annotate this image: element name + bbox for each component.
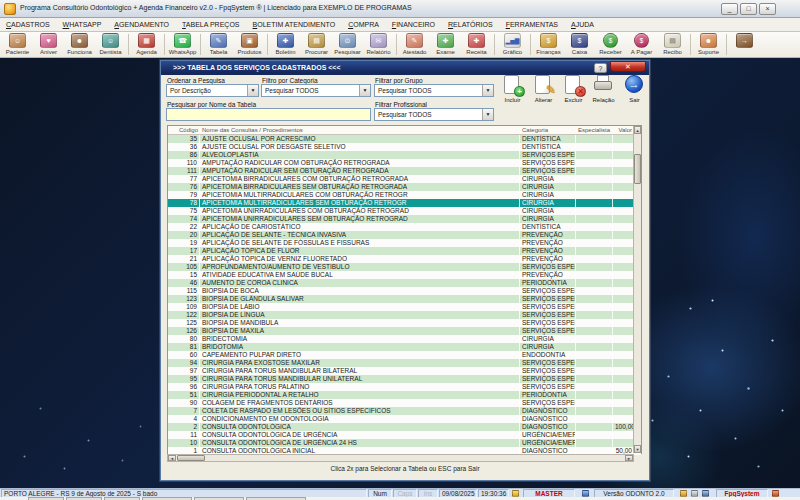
table-row[interactable]: 110AMPUTAÇÃO RADICULAR COM OBTURAÇÃO RET… [168, 159, 641, 167]
monitor-icon[interactable] [702, 490, 709, 497]
profissional-select[interactable]: Pesquisar TODOS ▼ [374, 108, 494, 121]
categoria-select[interactable]: Pesquisar TODOS ▼ [261, 84, 371, 97]
help-icon[interactable]: ? [594, 63, 607, 73]
table-row[interactable]: 10CONSULTA ODONTOLÓGICA DE URGÊNCIA 24 H… [168, 439, 641, 447]
table-row[interactable]: 97CIRURGIA PARA TORUS MANDIBULAR BILATER… [168, 367, 641, 375]
table-row[interactable]: 96CIRURGIA PARA TORUS PALATINOSERVIÇOS E… [168, 383, 641, 391]
whatsapp-toolbar-button[interactable]: ☎WhatsApp [167, 32, 198, 57]
caixa-toolbar-button[interactable]: $Caixa [564, 32, 595, 57]
scroll-up-icon[interactable]: ▲ [634, 126, 641, 134]
table-row[interactable]: 81BRIDOTOMIACIRURGIA [168, 343, 641, 351]
receita-toolbar-button[interactable]: ✚Receita [461, 32, 492, 57]
column-header-valor[interactable]: Valor [613, 126, 633, 134]
restore-button[interactable]: □ [740, 3, 757, 15]
table-row[interactable]: 35AJUSTE OCLUSAL POR ACRESCIMODENTÍSTICA [168, 135, 641, 143]
table-row[interactable]: 51CIRURGIA PERIODONTAL A RETALHOPERIODON… [168, 391, 641, 399]
column-header-especialista[interactable]: Especialista [576, 126, 613, 134]
chevron-down-icon[interactable]: ▼ [247, 85, 258, 96]
produtos-toolbar-button[interactable]: ▣Produtos [234, 32, 265, 57]
incluir-button[interactable]: +Incluir [498, 74, 527, 104]
ordenar-select[interactable]: Por Descrição ▼ [166, 84, 259, 97]
table-row[interactable]: 77APICETOMIA BIRRADICULARES COM OBTURAÇÃ… [168, 175, 641, 183]
column-header-categoria[interactable]: Categoria [520, 126, 576, 134]
pesquisar-toolbar-button[interactable]: ⊙Pesquisar [332, 32, 363, 57]
table-row[interactable]: 111AMPUTAÇÃO RADICULAR SEM OBTURAÇÃO RET… [168, 167, 641, 175]
horizontal-scroll-thumb[interactable] [177, 455, 205, 461]
table-row[interactable]: 17APLICAÇÃO TÓPICA DE FLUORPREVENÇÃO [168, 247, 641, 255]
vertical-scroll-thumb[interactable] [634, 154, 641, 184]
table-row[interactable]: 123BIOPSIA DE GLÂNDULA SALIVARSERVIÇOS E… [168, 295, 641, 303]
menu-relatorios[interactable]: RELATÓRIOS [448, 21, 493, 28]
menu-ferramentas[interactable]: FERRAMENTAS [506, 21, 558, 28]
vertical-scrollbar[interactable]: ▲ ▼ [633, 126, 641, 453]
minimize-button[interactable]: _ [721, 3, 738, 15]
sair-button[interactable]: →Sair [620, 74, 649, 104]
table-row[interactable]: 22APLICAÇÃO DE CARIOSTÁTICODENTÍSTICA [168, 223, 641, 231]
receber-toolbar-button[interactable]: $Receber [595, 32, 626, 57]
table-row[interactable]: 19APLICAÇÃO DE SELANTE DE FÓSSULAS E FIS… [168, 239, 641, 247]
table-row[interactable]: 122BIOPSIA DE LÍNGUASERVIÇOS ESPECIAIS [168, 311, 641, 319]
table-row[interactable]: 75APICETOMIA UNIRRADICULARES COM OBTURAÇ… [168, 207, 641, 215]
dentista-toolbar-button[interactable]: ☺Dentista [95, 32, 126, 57]
menu-agendamento[interactable]: AGENDAMENTO [114, 21, 169, 28]
table-row[interactable]: 15ATIVIDADE EDUCATIVA EM SAÚDE BUCALPREV… [168, 271, 641, 279]
close-button[interactable]: × [759, 3, 776, 15]
a-pagar-toolbar-button[interactable]: $A Pagar [626, 32, 657, 57]
exame-toolbar-button[interactable]: ✚Exame [430, 32, 461, 57]
menu-compra[interactable]: COMPRA [348, 21, 379, 28]
paciente-toolbar-button[interactable]: ☺Paciente [2, 32, 33, 57]
grupo-select[interactable]: Pesquisar TODOS ▼ [374, 84, 494, 97]
suporte-toolbar-button[interactable]: ☻Suporte [693, 32, 724, 57]
column-header-nome-das-consultas-procedimentos[interactable]: Nome das Consultas / Procedimentos [200, 126, 520, 134]
relacao-button[interactable]: Relação [589, 74, 618, 104]
boletim-toolbar-button[interactable]: ✚Boletim [270, 32, 301, 57]
menu-whatsapp[interactable]: WHATSAPP [63, 21, 102, 28]
chevron-down-icon[interactable]: ▼ [359, 85, 370, 96]
menu-boletim-atendimento[interactable]: BOLETIM ATENDIMENTO [253, 21, 336, 28]
exit-toolbar-button[interactable]: → [729, 32, 760, 57]
chevron-down-icon[interactable]: ▼ [482, 85, 493, 96]
table-row[interactable]: 94CIRURGIA PARA EXOSTOSE MAXILARSERVIÇOS… [168, 359, 641, 367]
table-row-selected[interactable]: 78APICETOMIA MULTIRRADICULARES SEM OBTUR… [168, 199, 641, 207]
scroll-left-icon[interactable]: ◄ [168, 455, 176, 461]
table-row[interactable]: 11CONSULTA ODONTOLÓGICA DE URGÊNCIAURGÊN… [168, 431, 641, 439]
table-row[interactable]: 115BIOPSIA DE BOCASERVIÇOS ESPECIAIS [168, 287, 641, 295]
chevron-down-icon[interactable]: ▼ [482, 109, 493, 120]
table-row[interactable]: 80BRIDECTOMIACIRURGIA [168, 335, 641, 343]
table-row[interactable]: 36AJUSTE OCLUSAL POR DESGASTE SELETIVODE… [168, 143, 641, 151]
aniver-toolbar-button[interactable]: ♥Aniver [33, 32, 64, 57]
panel-close-icon[interactable]: ✕ [610, 61, 646, 72]
table-row[interactable]: 126BIOPSIA DE MAXILASERVIÇOS ESPECIAIS [168, 327, 641, 335]
table-row[interactable]: 4CONDICIONAMENTO EM ODONTOLOGIADIAGNÓSTI… [168, 415, 641, 423]
menu-tabela-precos[interactable]: TABELA PREÇOS [182, 21, 239, 28]
table-row[interactable]: 109BIOPSIA DE LÁBIOSERVIÇOS ESPECIAIS [168, 303, 641, 311]
table-row[interactable]: 60CAPEAMENTO PULPAR DIRETOENDODONTIA [168, 351, 641, 359]
table-row[interactable]: 105APROFUNDAMENTO/AUMENTO DE VESTIBULOSE… [168, 263, 641, 271]
atestado-toolbar-button[interactable]: ✎Atestado [399, 32, 430, 57]
scroll-down-icon[interactable]: ▼ [634, 445, 641, 453]
menu-ajuda[interactable]: AJUDA [571, 21, 594, 28]
recibo-toolbar-button[interactable]: ▤Recibo [657, 32, 688, 57]
table-row[interactable]: 74APICETOMIA UNIRRADICULARES SEM OBTURAÇ… [168, 215, 641, 223]
table-row[interactable]: 21APLICAÇÃO TÓPICA DE VERNIZ FLUORETADOP… [168, 255, 641, 263]
table-row[interactable]: 125BIOPSIA DE MANDIBULASERVIÇOS ESPECIAI… [168, 319, 641, 327]
scroll-right-icon[interactable]: ► [625, 455, 633, 461]
procurar-toolbar-button[interactable]: ▤Procurar [301, 32, 332, 57]
column-header-codigo[interactable]: Código [168, 126, 200, 134]
menu-cadastros[interactable]: CADASTROS [6, 21, 50, 28]
grafico-toolbar-button[interactable]: ▂▅▇Gráfico [497, 32, 528, 57]
table-row[interactable]: 2CONSULTA ODONTOLÓGICADIAGNÓSTICO100,00 [168, 423, 641, 431]
nome-tabela-input[interactable] [166, 108, 371, 121]
table-row[interactable]: 90COLAGEM DE FRAGMENTOS DENTÁRIOSSERVIÇO… [168, 399, 641, 407]
table-row[interactable]: 86ALVEOLOPLASTIASERVIÇOS ESPECIAIS [168, 151, 641, 159]
menu-financeiro[interactable]: FINANCEIRO [392, 21, 435, 28]
horizontal-scrollbar[interactable]: ◄ ► [167, 454, 634, 462]
tabela-toolbar-button[interactable]: ✎Tabela [203, 32, 234, 57]
funciona-toolbar-button[interactable]: ☻Funciona [64, 32, 95, 57]
table-row[interactable]: 46AUMENTO DE COROA CLINICAPERIODONTIA [168, 279, 641, 287]
excluir-button[interactable]: ✕Excluir [559, 74, 588, 104]
agenda-toolbar-button[interactable]: ▦Agenda [131, 32, 162, 57]
folder-icon[interactable] [680, 490, 687, 497]
table-row[interactable]: 79APICETOMIA MULTIRRADICULARES COM OBTUR… [168, 191, 641, 199]
table-row[interactable]: 7COLETA DE RASPADO EM LESÕES OU SÍTIOS E… [168, 407, 641, 415]
